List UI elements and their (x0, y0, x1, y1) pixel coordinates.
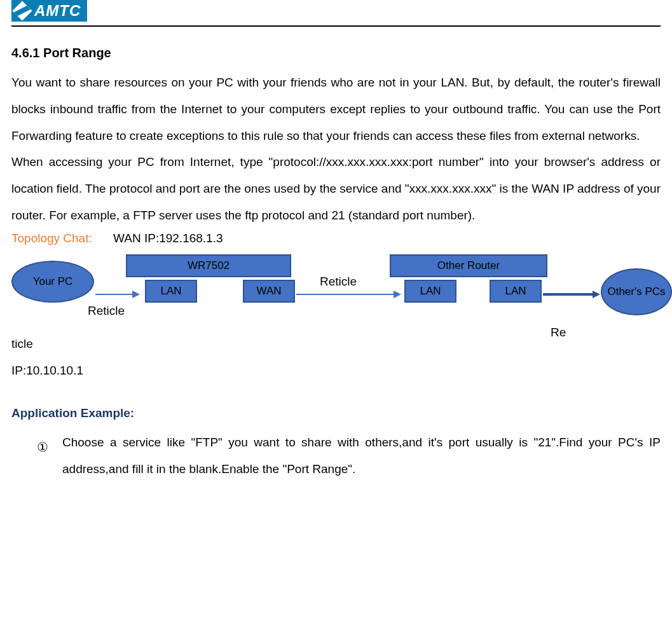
arrow-right-icon (132, 291, 140, 298)
brand-logo: AMTC (11, 0, 87, 22)
section-heading: 4.6.1 Port Range (11, 46, 661, 60)
port-lan-wr7502: LAN (145, 280, 197, 303)
logo-text: AMTC (34, 2, 81, 20)
topology-line: Topology Chat: WAN IP:192.168.1.3 (11, 231, 661, 245)
header-divider (11, 25, 661, 27)
reticle-label-right-pre: Re (551, 326, 566, 340)
paragraph-2: When accessing your PC from Internet, ty… (11, 149, 661, 228)
step-text-1: Choose a service like "FTP" you want to … (62, 429, 661, 483)
port-lan-other-1: LAN (404, 280, 456, 303)
node-router-wr7502: WR7502 (126, 254, 291, 277)
ip-line: IP:10.10.10.1 (11, 357, 661, 384)
port-wan-wr7502: WAN (243, 280, 295, 303)
connector-arrow-1 (95, 291, 140, 298)
node-your-pc: Your PC (11, 261, 94, 303)
topology-diagram: Your PC WR7502 LAN WAN Other Router LAN … (11, 254, 661, 331)
logo-icon (12, 1, 32, 20)
paragraph-1: You want to share resources on your PC w… (11, 69, 661, 149)
reticle-label-left: Reticle (88, 304, 125, 318)
node-others-pcs: Other's PCs (601, 268, 672, 315)
wan-ip-text: WAN IP:192.168.1.3 (113, 231, 223, 245)
example-step-1: ① Choose a service like "FTP" you want t… (37, 429, 661, 483)
node-other-router: Other Router (390, 254, 547, 277)
arrow-right-icon (593, 291, 600, 298)
reticle-label-top: Reticle (320, 275, 357, 289)
header: AMTC (11, 0, 661, 22)
topology-label: Topology Chat: (11, 231, 92, 245)
port-lan-other-2: LAN (490, 280, 542, 303)
step-number-1: ① (37, 433, 48, 461)
application-example-heading: Application Example: (11, 406, 661, 420)
connector-arrow-3 (543, 291, 600, 298)
arrow-right-icon (394, 291, 401, 298)
connector-arrow-2 (296, 291, 401, 298)
